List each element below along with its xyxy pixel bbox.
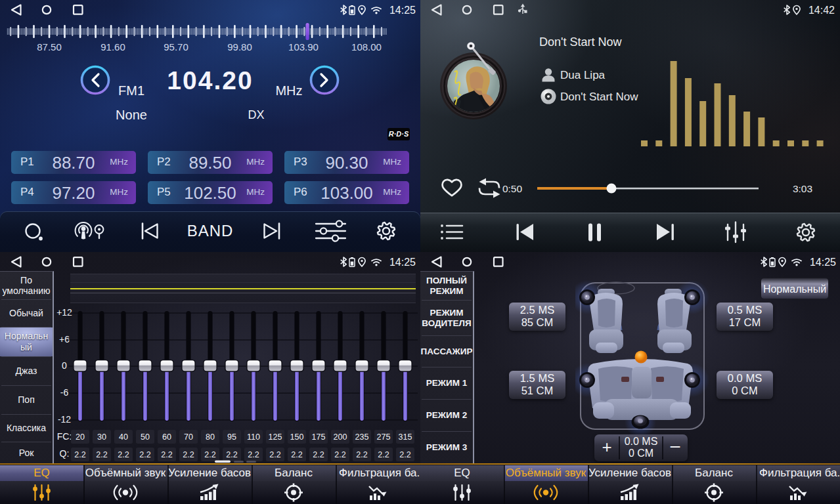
svg-text:275: 275 [377,432,391,442]
svg-text:2.2: 2.2 [356,450,367,459]
svg-text:235: 235 [355,432,369,442]
svg-text:95.70: 95.70 [164,41,188,52]
svg-text:2.2: 2.2 [291,450,302,459]
svg-text:20: 20 [76,432,85,442]
svg-text:2.2: 2.2 [118,450,129,459]
svg-text:95: 95 [227,432,236,442]
svg-text:2.2: 2.2 [334,450,345,459]
svg-text:87.50: 87.50 [37,41,62,52]
svg-text:103.90: 103.90 [288,41,319,52]
svg-text:2.2: 2.2 [226,450,237,459]
svg-text:2.2: 2.2 [399,450,410,459]
svg-text:175: 175 [312,432,326,442]
svg-text:91.60: 91.60 [100,41,125,52]
svg-text:14:25: 14:25 [810,257,836,268]
svg-text:14:25: 14:25 [389,5,416,16]
svg-text:108.00: 108.00 [351,41,382,52]
svg-text:200: 200 [334,432,347,442]
svg-text:150: 150 [290,432,304,442]
svg-text:125: 125 [269,432,282,442]
svg-text:2.2: 2.2 [96,450,107,459]
svg-text:BAND: BAND [187,222,234,240]
svg-text:40: 40 [119,432,128,442]
svg-text:2.2: 2.2 [269,450,280,459]
svg-text:0:50: 0:50 [502,183,523,194]
svg-text:2.2: 2.2 [248,450,259,459]
svg-text:2.2: 2.2 [161,450,172,459]
svg-text:60: 60 [162,432,171,442]
svg-text:2.2: 2.2 [139,450,150,459]
svg-text:3:03: 3:03 [793,183,812,194]
svg-text:99.80: 99.80 [227,41,252,52]
svg-text:50: 50 [141,432,150,442]
svg-text:315: 315 [399,432,412,442]
svg-text:30: 30 [97,432,106,442]
svg-text:70: 70 [184,432,193,442]
svg-text:2.2: 2.2 [74,450,85,459]
svg-text:110: 110 [247,432,260,442]
svg-text:80: 80 [206,432,215,442]
svg-text:2.2: 2.2 [313,450,324,459]
svg-text:2.2: 2.2 [183,450,194,459]
svg-text:2.2: 2.2 [204,450,215,459]
svg-text:2.2: 2.2 [378,450,389,459]
